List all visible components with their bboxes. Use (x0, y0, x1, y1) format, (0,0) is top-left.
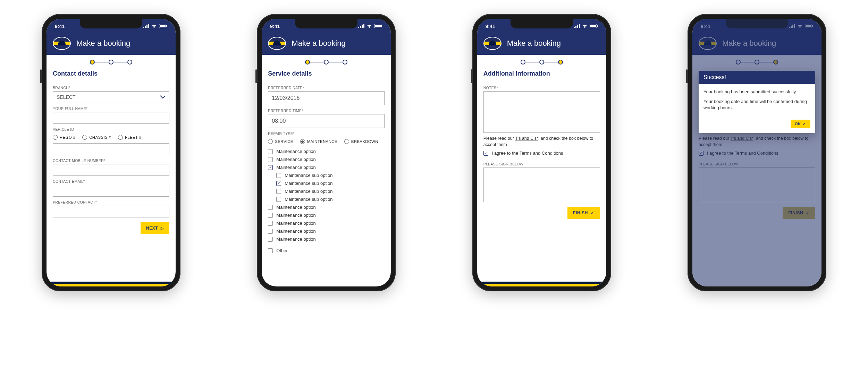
next-button[interactable]: NEXT ▷ (141, 222, 169, 234)
radio-fleet[interactable]: FLEET # (118, 135, 141, 140)
notes-textarea[interactable] (483, 91, 600, 133)
progress-stepper (53, 60, 169, 65)
screen-3: 9:41 Make a booking A (477, 19, 606, 286)
step-2-dot (324, 60, 329, 65)
radio-label: MAINTENANCE (307, 139, 337, 144)
notch (511, 19, 573, 28)
svg-rect-10 (363, 24, 364, 28)
radio-breakdown[interactable]: BREAKDOWN (344, 139, 378, 144)
maintenance-option-row[interactable]: Maintenance option (268, 155, 385, 163)
pref-time-label: PREFERRED TIME* (268, 109, 385, 113)
full-name-input[interactable] (53, 112, 169, 124)
maintenance-option-label: Maintenance option (276, 205, 315, 210)
maintenance-option-label: Maintenance option (276, 221, 315, 226)
wifi-icon (151, 24, 157, 29)
svg-rect-1 (145, 26, 146, 28)
maintenance-option-row[interactable]: Maintenance option (268, 203, 385, 211)
screen-content: Service details PREFERRED DATE* 12/03/20… (262, 55, 391, 286)
branch-select-value: SELECT (57, 94, 75, 100)
svg-rect-15 (575, 26, 576, 28)
terms-link[interactable]: T's and C's* (515, 136, 538, 141)
branch-select[interactable]: SELECT (53, 91, 169, 103)
step-2-dot (109, 60, 113, 65)
screen-1: 9:41 Make a booking (47, 19, 176, 286)
page-title: Make a booking (507, 39, 561, 48)
wifi-icon (582, 24, 588, 29)
modal-ok-button[interactable]: OK ✓ (791, 120, 810, 128)
section-title: Service details (268, 70, 385, 77)
maintenance-suboption-row[interactable]: Maintenance sub option (276, 195, 385, 203)
step-1-dot (305, 60, 310, 65)
maintenance-option-row[interactable]: Maintenance option (268, 227, 385, 235)
maintenance-option-label: Maintenance option (276, 213, 315, 218)
finish-button-label: FINISH (573, 211, 588, 215)
pref-date-input[interactable]: 12/03/2016 (268, 91, 385, 105)
full-name-label: YOUR FULL NAME* (53, 106, 169, 111)
vehicle-id-radio-group: REGO # CHASSIS # FLEET # (53, 135, 169, 140)
success-modal: Success! Your booking has been submitted… (699, 71, 815, 133)
radio-label: FLEET # (125, 135, 141, 139)
pref-time-value: 08:00 (272, 118, 286, 124)
checkbox-icon (268, 229, 273, 234)
radio-label: SERVICE (275, 139, 293, 144)
svg-rect-13 (381, 25, 382, 27)
checkbox-icon (268, 237, 273, 242)
vehicle-id-input[interactable] (53, 143, 169, 155)
radio-maintenance[interactable]: MAINTENANCE (300, 139, 337, 144)
radio-service[interactable]: SERVICE (268, 139, 293, 144)
checkbox-icon (268, 157, 273, 162)
modal-ok-label: OK (795, 122, 801, 126)
agree-terms-row[interactable]: I agree to the Terms and Conditions (483, 149, 600, 157)
brand-logo (268, 37, 286, 50)
status-time: 9:41 (486, 24, 495, 29)
checkbox-icon (268, 213, 273, 218)
phone-frame-4: 9:41 Make a booking A (688, 14, 826, 291)
maintenance-option-label: Maintenance option (276, 165, 315, 170)
checkbox-icon (276, 173, 281, 178)
modal-title: Success! (699, 71, 815, 84)
chevron-down-icon (160, 94, 166, 100)
maintenance-suboption-row[interactable]: Maintenance sub option (276, 187, 385, 195)
radio-rego[interactable]: REGO # (53, 135, 75, 140)
finish-button[interactable]: FINISH ✓ (567, 207, 600, 219)
terms-prefix: Please read our (483, 136, 515, 141)
radio-label: REGO # (60, 135, 75, 139)
checkbox-icon (268, 205, 273, 210)
step-3-dot (127, 60, 132, 65)
maintenance-suboption-row[interactable]: Maintenance sub option (276, 171, 385, 179)
signal-icon (358, 24, 364, 29)
section-title: Additional information (483, 70, 600, 77)
maintenance-option-label: Maintenance option (276, 157, 315, 162)
pref-contact-input[interactable] (53, 206, 169, 217)
maintenance-option-row[interactable]: Maintenance option (268, 219, 385, 227)
pref-time-input[interactable]: 08:00 (268, 114, 385, 128)
maintenance-option-row[interactable]: Maintenance option (268, 211, 385, 219)
svg-rect-9 (362, 25, 363, 28)
screen-content: Additional information NOTES* Please rea… (477, 55, 606, 282)
brand-logo (53, 37, 71, 50)
maintenance-option-row[interactable]: Maintenance option (268, 163, 385, 171)
maintenance-suboption-row[interactable]: Maintenance sub option (276, 179, 385, 187)
maintenance-suboption-label: Maintenance sub option (285, 197, 332, 202)
radio-chassis[interactable]: CHASSIS # (82, 135, 111, 140)
email-input[interactable] (53, 185, 169, 197)
radio-label: BREAKDOWN (351, 139, 378, 144)
repair-type-label: REPAIR TYPE* (268, 131, 385, 136)
maintenance-option-label: Maintenance option (276, 237, 315, 242)
svg-rect-0 (143, 27, 144, 28)
option-other-row[interactable]: Other (268, 247, 385, 255)
signal-icon (143, 24, 149, 29)
status-time: 9:41 (270, 24, 280, 29)
maintenance-option-row[interactable]: Maintenance option (268, 235, 385, 243)
signature-pad[interactable] (483, 168, 600, 202)
svg-rect-5 (160, 25, 166, 27)
maintenance-option-row[interactable]: Maintenance option (268, 147, 385, 155)
wifi-icon (366, 24, 372, 29)
app-header: Make a booking (262, 34, 391, 55)
branch-label: BRANCH* (53, 86, 169, 90)
mobile-input[interactable] (53, 164, 169, 176)
agree-terms-label: I agree to the Terms and Conditions (492, 151, 563, 156)
notch (295, 19, 357, 28)
footer-stripe (477, 282, 606, 286)
modal-line-2: Your booking date and time will be confi… (703, 98, 810, 111)
